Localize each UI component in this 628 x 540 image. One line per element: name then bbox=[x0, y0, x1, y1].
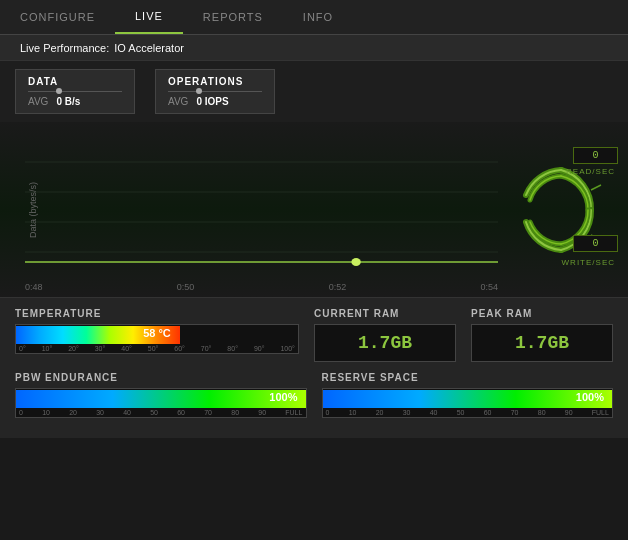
pbw-endurance-title: PBW ENDURANCE bbox=[15, 372, 307, 383]
pbw-endurance-value: 100% bbox=[269, 391, 297, 403]
stats-area: TEMPERATURE 58 °C 0°10°20°30°40°50°60°70… bbox=[0, 297, 628, 438]
live-perf-bar: Live Performance: IO Accelerator bbox=[0, 35, 628, 61]
temperature-title: TEMPERATURE bbox=[15, 308, 299, 319]
reserve-space-bar: 100% 0102030405060708090FULL bbox=[322, 388, 614, 418]
nav-bar: CONFIGURE LIVE REPORTS INFO bbox=[0, 0, 628, 35]
nav-info[interactable]: INFO bbox=[283, 0, 353, 34]
peak-ram-block: PEAK RAM 1.7GB bbox=[471, 308, 613, 362]
temperature-bar: 58 °C 0°10°20°30°40°50°60°70°80°90°100° bbox=[15, 324, 299, 354]
pbw-endurance-block: PBW ENDURANCE 100% 0102030405060708090FU… bbox=[15, 372, 307, 418]
ops-avg-label: AVG bbox=[168, 96, 188, 107]
temperature-value: 58 °C bbox=[143, 327, 171, 339]
nav-configure[interactable]: CONFIGURE bbox=[0, 0, 115, 34]
ops-card-dot bbox=[196, 88, 202, 94]
ops-card-title: OPERATIONS bbox=[168, 76, 262, 87]
reserve-space-block: RESERVE SPACE 100% 0102030405060708090FU… bbox=[322, 372, 614, 418]
current-ram-display: 1.7GB bbox=[314, 324, 456, 362]
x-label-2: 0:52 bbox=[329, 282, 347, 292]
x-label-1: 0:50 bbox=[177, 282, 195, 292]
ops-card-line bbox=[168, 91, 262, 92]
reserve-space-scale: 0102030405060708090FULL bbox=[323, 408, 613, 417]
svg-point-4 bbox=[351, 258, 360, 266]
data-card: DATA AVG 0 B/s bbox=[15, 69, 135, 114]
current-ram-block: CURRENT RAM 1.7GB bbox=[314, 308, 456, 362]
peak-ram-title: PEAK RAM bbox=[471, 308, 613, 319]
cards-row: DATA AVG 0 B/s OPERATIONS AVG 0 IOPS bbox=[0, 61, 628, 122]
reserve-space-fill bbox=[323, 390, 613, 408]
ops-avg-value: 0 IOPS bbox=[196, 96, 228, 107]
pbw-endurance-fill bbox=[16, 390, 306, 408]
nav-reports[interactable]: REPORTS bbox=[183, 0, 283, 34]
x-label-0: 0:48 bbox=[25, 282, 43, 292]
temperature-block: TEMPERATURE 58 °C 0°10°20°30°40°50°60°70… bbox=[15, 308, 299, 362]
current-ram-title: CURRENT RAM bbox=[314, 308, 456, 319]
live-perf-device: IO Accelerator bbox=[114, 42, 184, 54]
read-display: 0 bbox=[573, 147, 618, 164]
write-display: 0 bbox=[573, 235, 618, 252]
gauge-area: 0 READ/SEC 0 WRITE/SEC bbox=[498, 132, 623, 287]
ops-card-bottom: AVG 0 IOPS bbox=[168, 96, 262, 107]
data-avg-label: AVG bbox=[28, 96, 48, 107]
data-card-bottom: AVG 0 B/s bbox=[28, 96, 122, 107]
reserve-space-title: RESERVE SPACE bbox=[322, 372, 614, 383]
chart-line-area bbox=[25, 132, 498, 272]
peak-ram-display: 1.7GB bbox=[471, 324, 613, 362]
read-label: READ/SEC bbox=[566, 167, 615, 176]
temperature-scale: 0°10°20°30°40°50°60°70°80°90°100° bbox=[16, 344, 298, 353]
chart-svg bbox=[25, 132, 498, 272]
ops-card: OPERATIONS AVG 0 IOPS bbox=[155, 69, 275, 114]
x-axis-labels: 0:48 0:50 0:52 0:54 bbox=[25, 282, 498, 292]
live-perf-label: Live Performance: bbox=[20, 42, 109, 54]
write-label: WRITE/SEC bbox=[562, 258, 615, 267]
reserve-space-value: 100% bbox=[576, 391, 604, 403]
data-card-line bbox=[28, 91, 122, 92]
svg-line-5 bbox=[591, 185, 601, 190]
pbw-endurance-bar: 100% 0102030405060708090FULL bbox=[15, 388, 307, 418]
nav-live[interactable]: LIVE bbox=[115, 0, 183, 34]
stats-row-2: PBW ENDURANCE 100% 0102030405060708090FU… bbox=[15, 372, 613, 418]
data-card-dot bbox=[56, 88, 62, 94]
x-label-3: 0:54 bbox=[480, 282, 498, 292]
chart-area: Data (bytes/s) 0:48 0:50 0:52 0:54 bbox=[0, 122, 628, 297]
stats-row-1: TEMPERATURE 58 °C 0°10°20°30°40°50°60°70… bbox=[15, 308, 613, 362]
data-card-title: DATA bbox=[28, 76, 122, 87]
pbw-endurance-scale: 0102030405060708090FULL bbox=[16, 408, 306, 417]
data-avg-value: 0 B/s bbox=[56, 96, 80, 107]
